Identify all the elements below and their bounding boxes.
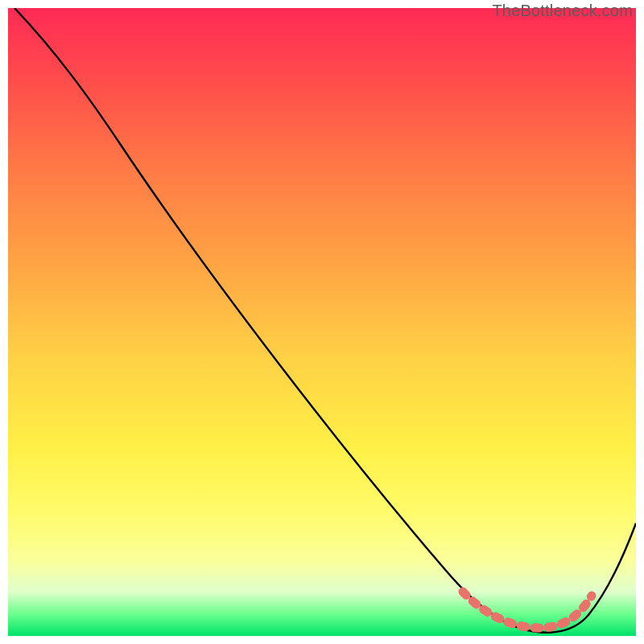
attribution-label: TheBottleneck.com bbox=[492, 2, 633, 20]
chart-stage: TheBottleneck.com bbox=[0, 0, 644, 644]
gradient-background bbox=[8, 8, 636, 636]
